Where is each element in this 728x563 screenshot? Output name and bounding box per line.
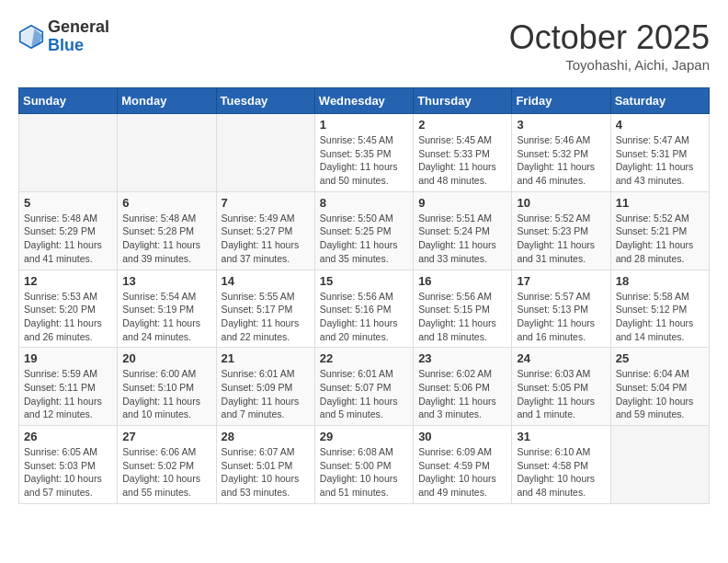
day-info: Sunrise: 6:03 AM Sunset: 5:05 PM Dayligh… [517,367,605,421]
day-info: Sunrise: 6:07 AM Sunset: 5:01 PM Dayligh… [222,445,310,500]
calendar-cell: 7Sunrise: 5:49 AM Sunset: 5:27 PM Daylig… [216,191,314,270]
day-info: Sunrise: 6:09 AM Sunset: 4:59 PM Dayligh… [418,445,506,500]
calendar-cell: 6Sunrise: 5:48 AM Sunset: 5:28 PM Daylig… [118,191,216,270]
calendar-cell [610,426,709,504]
calendar-cell: 5Sunrise: 5:48 AM Sunset: 5:29 PM Daylig… [19,191,118,270]
week-row-4: 19Sunrise: 5:59 AM Sunset: 5:11 PM Dayli… [19,348,710,426]
day-number: 30 [418,430,506,443]
day-info: Sunrise: 5:55 AM Sunset: 5:17 PM Dayligh… [222,290,310,344]
calendar-cell: 15Sunrise: 5:56 AM Sunset: 5:16 PM Dayli… [314,270,413,348]
calendar-cell: 13Sunrise: 5:54 AM Sunset: 5:19 PM Dayli… [118,270,216,348]
day-number: 2 [418,118,506,132]
logo-icon [18,24,44,50]
day-info: Sunrise: 6:05 AM Sunset: 5:03 PM Dayligh… [24,445,112,500]
day-number: 7 [222,196,310,210]
calendar-table: SundayMondayTuesdayWednesdayThursdayFrid… [18,87,710,504]
day-info: Sunrise: 6:10 AM Sunset: 4:58 PM Dayligh… [517,445,605,500]
day-number: 18 [616,274,704,288]
calendar-cell: 22Sunrise: 6:01 AM Sunset: 5:07 PM Dayli… [314,348,413,426]
day-info: Sunrise: 5:45 AM Sunset: 5:33 PM Dayligh… [418,133,506,188]
calendar-cell: 26Sunrise: 6:05 AM Sunset: 5:03 PM Dayli… [19,426,118,504]
day-info: Sunrise: 6:06 AM Sunset: 5:02 PM Dayligh… [122,445,210,500]
day-number: 22 [320,351,408,365]
title-block: October 2025 Toyohashi, Aichi, Japan [509,18,710,73]
day-number: 26 [24,430,112,443]
day-number: 20 [122,351,210,365]
day-number: 5 [24,196,112,210]
location: Toyohashi, Aichi, Japan [509,57,710,73]
calendar-cell: 27Sunrise: 6:06 AM Sunset: 5:02 PM Dayli… [118,426,216,504]
calendar-cell: 17Sunrise: 5:57 AM Sunset: 5:13 PM Dayli… [512,270,610,348]
day-number: 17 [517,274,605,288]
calendar-cell: 16Sunrise: 5:56 AM Sunset: 5:15 PM Dayli… [414,270,512,348]
weekday-header-tuesday: Tuesday [216,88,314,114]
calendar-cell: 21Sunrise: 6:01 AM Sunset: 5:09 PM Dayli… [216,348,314,426]
day-number: 31 [517,430,605,443]
day-info: Sunrise: 5:49 AM Sunset: 5:27 PM Dayligh… [222,212,310,266]
calendar-cell: 11Sunrise: 5:52 AM Sunset: 5:21 PM Dayli… [610,191,709,270]
day-number: 19 [24,351,112,365]
calendar-cell [118,114,216,192]
weekday-header-row: SundayMondayTuesdayWednesdayThursdayFrid… [19,88,710,114]
calendar-cell: 28Sunrise: 6:07 AM Sunset: 5:01 PM Dayli… [216,426,314,504]
calendar-cell: 4Sunrise: 5:47 AM Sunset: 5:31 PM Daylig… [610,114,709,192]
day-info: Sunrise: 5:48 AM Sunset: 5:29 PM Dayligh… [24,212,112,266]
calendar-cell: 25Sunrise: 6:04 AM Sunset: 5:04 PM Dayli… [610,348,709,426]
day-info: Sunrise: 5:50 AM Sunset: 5:25 PM Dayligh… [320,212,408,266]
calendar-cell: 18Sunrise: 5:58 AM Sunset: 5:12 PM Dayli… [610,270,709,348]
day-number: 21 [222,351,310,365]
calendar-cell: 3Sunrise: 5:46 AM Sunset: 5:32 PM Daylig… [512,114,610,192]
day-info: Sunrise: 5:53 AM Sunset: 5:20 PM Dayligh… [24,290,112,344]
weekday-header-friday: Friday [512,88,610,114]
calendar-cell: 12Sunrise: 5:53 AM Sunset: 5:20 PM Dayli… [19,270,118,348]
weekday-header-monday: Monday [118,88,216,114]
day-info: Sunrise: 5:52 AM Sunset: 5:21 PM Dayligh… [616,212,704,266]
day-number: 23 [418,351,506,365]
day-info: Sunrise: 5:47 AM Sunset: 5:31 PM Dayligh… [616,133,704,188]
day-number: 8 [320,196,408,210]
day-number: 9 [418,196,506,210]
day-info: Sunrise: 5:48 AM Sunset: 5:28 PM Dayligh… [122,212,210,266]
page-header: General Blue October 2025 Toyohashi, Aic… [18,18,710,73]
day-number: 11 [616,196,704,210]
day-info: Sunrise: 6:02 AM Sunset: 5:06 PM Dayligh… [418,367,506,421]
calendar-cell [19,114,118,192]
day-info: Sunrise: 6:01 AM Sunset: 5:09 PM Dayligh… [222,367,310,421]
day-number: 25 [616,351,704,365]
day-info: Sunrise: 5:54 AM Sunset: 5:19 PM Dayligh… [122,290,210,344]
day-info: Sunrise: 6:00 AM Sunset: 5:10 PM Dayligh… [122,367,210,421]
day-info: Sunrise: 5:45 AM Sunset: 5:35 PM Dayligh… [320,133,408,188]
day-info: Sunrise: 5:52 AM Sunset: 5:23 PM Dayligh… [517,212,605,266]
calendar-cell: 10Sunrise: 5:52 AM Sunset: 5:23 PM Dayli… [512,191,610,270]
week-row-5: 26Sunrise: 6:05 AM Sunset: 5:03 PM Dayli… [19,426,710,504]
calendar-cell [216,114,314,192]
calendar-cell: 1Sunrise: 5:45 AM Sunset: 5:35 PM Daylig… [314,114,413,192]
calendar-cell: 20Sunrise: 6:00 AM Sunset: 5:10 PM Dayli… [118,348,216,426]
day-info: Sunrise: 6:04 AM Sunset: 5:04 PM Dayligh… [616,367,704,421]
day-number: 24 [517,351,605,365]
day-info: Sunrise: 5:51 AM Sunset: 5:24 PM Dayligh… [418,212,506,266]
day-number: 14 [222,274,310,288]
day-info: Sunrise: 5:56 AM Sunset: 5:16 PM Dayligh… [320,290,408,344]
day-number: 1 [320,118,408,132]
logo-text: General Blue [48,18,109,55]
day-info: Sunrise: 6:01 AM Sunset: 5:07 PM Dayligh… [320,367,408,421]
day-info: Sunrise: 6:08 AM Sunset: 5:00 PM Dayligh… [320,445,408,500]
calendar-cell: 31Sunrise: 6:10 AM Sunset: 4:58 PM Dayli… [512,426,610,504]
day-info: Sunrise: 5:59 AM Sunset: 5:11 PM Dayligh… [24,367,112,421]
calendar-cell: 8Sunrise: 5:50 AM Sunset: 5:25 PM Daylig… [314,191,413,270]
weekday-header-saturday: Saturday [610,88,709,114]
week-row-3: 12Sunrise: 5:53 AM Sunset: 5:20 PM Dayli… [19,270,710,348]
weekday-header-sunday: Sunday [19,88,118,114]
day-number: 28 [222,430,310,443]
day-number: 15 [320,274,408,288]
day-number: 6 [122,196,210,210]
calendar-cell: 29Sunrise: 6:08 AM Sunset: 5:00 PM Dayli… [314,426,413,504]
calendar-cell: 30Sunrise: 6:09 AM Sunset: 4:59 PM Dayli… [414,426,512,504]
week-row-2: 5Sunrise: 5:48 AM Sunset: 5:29 PM Daylig… [19,191,710,270]
weekday-header-wednesday: Wednesday [314,88,413,114]
calendar-cell: 9Sunrise: 5:51 AM Sunset: 5:24 PM Daylig… [414,191,512,270]
day-info: Sunrise: 5:58 AM Sunset: 5:12 PM Dayligh… [616,290,704,344]
calendar-cell: 19Sunrise: 5:59 AM Sunset: 5:11 PM Dayli… [19,348,118,426]
calendar-cell: 23Sunrise: 6:02 AM Sunset: 5:06 PM Dayli… [414,348,512,426]
